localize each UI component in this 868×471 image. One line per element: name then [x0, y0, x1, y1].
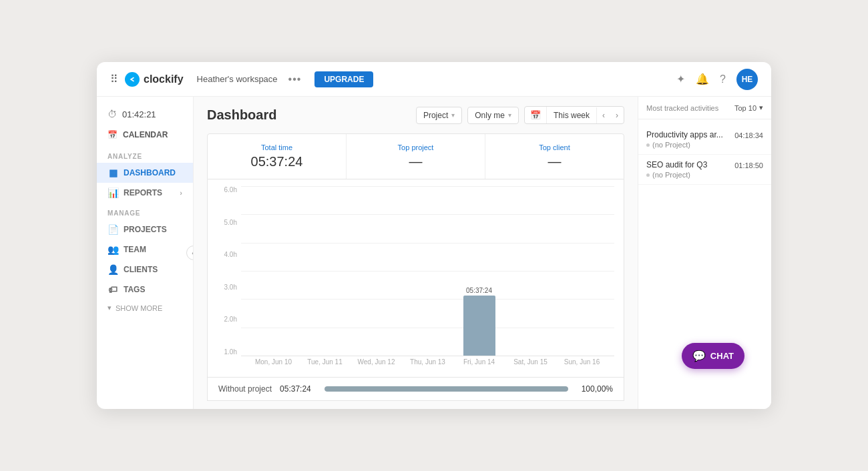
- project-filter-label: Project: [423, 111, 448, 120]
- projects-icon: 📄: [107, 224, 118, 235]
- y-axis: 6.0h 5.0h 4.0h 3.0h 2.0h 1.0h: [217, 186, 241, 370]
- more-button[interactable]: •••: [288, 73, 302, 85]
- x-day-label: Fri, Jun 14: [453, 358, 505, 366]
- chat-button[interactable]: 💬 CHAT: [682, 343, 744, 369]
- page-title: Dashboard: [207, 107, 276, 123]
- grid-icon[interactable]: ⠿: [110, 73, 118, 85]
- chart-bar-group: [309, 186, 341, 356]
- sidebar: ⏱ 01:42:21 📅 CALENDAR ANALYZE ▦ DASHBOAR…: [97, 97, 194, 409]
- x-label: Fri, Jun 14: [453, 358, 505, 366]
- x-label: Wed, Jun 12: [351, 358, 402, 366]
- stats-row: Total time 05:37:24 Top project — Top cl…: [207, 133, 624, 179]
- sidebar-item-tags[interactable]: 🏷 TAGS: [97, 280, 193, 300]
- y-label-1: 1.0h: [224, 348, 237, 356]
- without-project-pct: 100,00%: [582, 384, 613, 394]
- help-icon[interactable]: ?: [720, 73, 726, 85]
- show-more-button[interactable]: ▾ SHOW MORE: [97, 300, 193, 316]
- date-filter: 📅 This week ‹ ›: [524, 106, 624, 124]
- chart-bar-group: [361, 186, 393, 356]
- filter-group: Project ▾ Only me ▾ 📅 This week ‹ ›: [416, 106, 624, 124]
- project-bar-fill: [324, 386, 568, 392]
- x-label: Thu, Jun 13: [402, 358, 453, 366]
- x-day-label: Sun, Jun 16: [556, 358, 608, 366]
- activity-dot: [646, 173, 650, 177]
- magic-icon[interactable]: ✦: [676, 73, 685, 85]
- clients-icon: 👤: [107, 264, 118, 275]
- top-project-label: Top project: [357, 143, 474, 151]
- x-label: Sat, Jun 15: [505, 358, 556, 366]
- activity-item: Productivity apps ar...04:18:34(no Proje…: [638, 125, 771, 155]
- top-selector[interactable]: Top 10 ▾: [734, 103, 763, 112]
- activity-list: Productivity apps ar...04:18:34(no Proje…: [638, 119, 771, 190]
- chevron-right-icon: ›: [180, 189, 182, 197]
- prev-week-button[interactable]: ‹: [597, 107, 610, 123]
- project-bar: [324, 386, 568, 392]
- workspace-name: Heather's workspace: [197, 74, 278, 84]
- right-panel-header: Most tracked activities Top 10 ▾: [638, 97, 771, 119]
- chart-body: 6.0h 5.0h 4.0h 3.0h 2.0h 1.0h: [217, 186, 614, 370]
- logo-text: clockify: [144, 73, 184, 85]
- top-client-value: —: [496, 154, 613, 169]
- x-day-label: Mon, Jun 10: [248, 358, 299, 366]
- x-day-label: Thu, Jun 13: [402, 358, 453, 366]
- x-day-label: Sat, Jun 15: [505, 358, 556, 366]
- chart-bar-group: 05:37:24: [463, 186, 495, 356]
- svg-point-0: [128, 75, 137, 84]
- x-label: Tue, Jun 11: [299, 358, 351, 366]
- activity-time: 04:18:34: [734, 131, 763, 139]
- chevron-down-icon: ▾: [107, 304, 112, 312]
- onlyme-filter-label: Only me: [475, 111, 505, 120]
- chevron-down-icon: ▾: [759, 103, 763, 112]
- dashboard-icon: ▦: [107, 167, 118, 178]
- chart-bars-container: 05:37:24: [241, 186, 614, 356]
- total-time-label: Total time: [218, 143, 335, 151]
- timer-value: 01:42:21: [122, 109, 156, 119]
- sidebar-item-reports[interactable]: 📊 REPORTS ›: [97, 183, 193, 203]
- bell-icon[interactable]: 🔔: [696, 73, 709, 85]
- bars-area: 05:37:24 Mon, Jun 10Tue, Jun 11Wed, Jun …: [241, 186, 614, 370]
- project-filter-button[interactable]: Project ▾: [416, 107, 462, 124]
- activity-item: SEO audit for Q301:18:50(no Project): [638, 155, 771, 185]
- avatar[interactable]: HE: [736, 69, 758, 90]
- team-label: TEAM: [124, 245, 146, 254]
- logo: clockify: [125, 72, 184, 87]
- next-week-button[interactable]: ›: [610, 107, 624, 123]
- top-client-stat: Top client —: [485, 134, 624, 179]
- sidebar-timer[interactable]: ⏱ 01:42:21: [97, 105, 193, 123]
- chevron-down-icon: ▾: [508, 111, 511, 119]
- chart-section: 6.0h 5.0h 4.0h 3.0h 2.0h 1.0h: [207, 179, 624, 378]
- sidebar-item-dashboard[interactable]: ▦ DASHBOARD: [97, 163, 193, 183]
- chat-label: CHAT: [710, 351, 734, 361]
- app-header: ⠿ clockify Heather's workspace ••• UPGRA…: [97, 62, 771, 97]
- sidebar-item-team[interactable]: 👥 TEAM: [97, 240, 193, 260]
- y-label-2: 2.0h: [224, 316, 237, 323]
- sidebar-item-clients[interactable]: 👤 CLIENTS: [97, 260, 193, 280]
- header-right: ✦ 🔔 ? HE: [676, 69, 758, 90]
- activity-title: SEO audit for Q3: [646, 160, 707, 169]
- dashboard-label: DASHBOARD: [124, 168, 176, 177]
- upgrade-button[interactable]: UPGRADE: [314, 71, 373, 87]
- date-filter-label[interactable]: This week: [547, 107, 597, 123]
- chart-bar-group: [515, 186, 547, 356]
- calendar-icon: 📅: [107, 130, 118, 139]
- chart-bar-group: [412, 186, 444, 356]
- sidebar-item-calendar[interactable]: 📅 CALENDAR: [97, 126, 193, 143]
- show-more-label: SHOW MORE: [116, 304, 162, 312]
- main-body: ⏱ 01:42:21 📅 CALENDAR ANALYZE ▦ DASHBOAR…: [97, 97, 771, 409]
- projects-label: PROJECTS: [124, 225, 167, 234]
- activity-time: 01:18:50: [734, 161, 763, 169]
- activity-dot: [646, 143, 650, 147]
- sidebar-item-projects[interactable]: 📄 PROJECTS: [97, 219, 193, 240]
- total-time-stat: Total time 05:37:24: [208, 134, 347, 179]
- chart-bar-group: [258, 186, 290, 356]
- top-project-stat: Top project —: [347, 134, 485, 179]
- x-label: Sun, Jun 16: [556, 358, 608, 366]
- chart-inner: 6.0h 5.0h 4.0h 3.0h 2.0h 1.0h: [208, 179, 624, 377]
- without-project-label: Without project: [218, 384, 272, 394]
- clients-label: CLIENTS: [124, 265, 158, 274]
- chat-icon: 💬: [692, 350, 706, 362]
- y-label-4: 4.0h: [224, 251, 237, 258]
- chart-bar: [463, 296, 495, 356]
- onlyme-filter-button[interactable]: Only me ▾: [467, 107, 519, 124]
- bar-time-label: 05:37:24: [466, 287, 492, 294]
